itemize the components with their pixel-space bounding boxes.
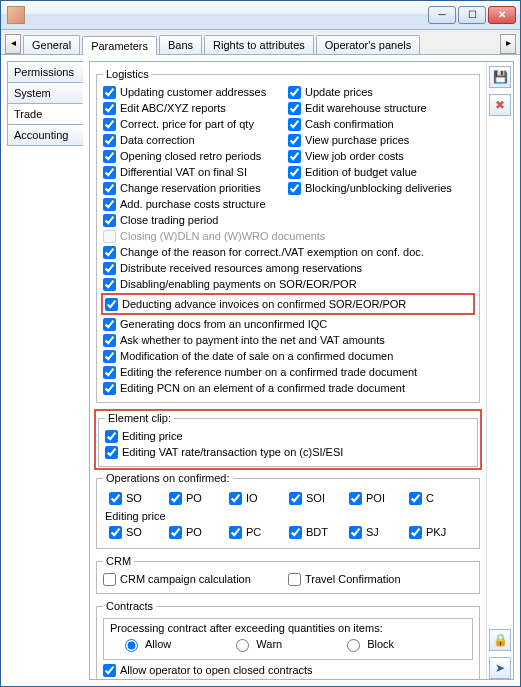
chk-clip-editing-price[interactable] xyxy=(105,430,118,443)
chk-ep-po[interactable] xyxy=(169,526,182,539)
chk-update-prices[interactable] xyxy=(288,86,301,99)
group-crm: CRM CRM campaign calculation Travel Conf… xyxy=(96,555,480,594)
group-operations-legend: Operations on confirmed: xyxy=(103,472,233,484)
sidebar-item-permissions[interactable]: Permissions xyxy=(7,61,83,83)
tab-scroll-left[interactable]: ◂ xyxy=(5,34,21,54)
chk-ep-bdt[interactable] xyxy=(289,526,302,539)
tab-scroll-right[interactable]: ▸ xyxy=(500,34,516,54)
chk-ep-sj[interactable] xyxy=(349,526,362,539)
group-processing-contract: Processing contract after exceeding quan… xyxy=(103,618,473,660)
chk-closing-wdln-wwro xyxy=(103,230,116,243)
group-logistics-legend: Logistics xyxy=(103,68,152,80)
close-button[interactable]: ✕ xyxy=(488,6,516,24)
group-element-clip: Element clip: Editing price Editing VAT … xyxy=(98,412,478,467)
sidebar-item-trade[interactable]: Trade xyxy=(7,103,83,125)
delete-button[interactable]: ✖ xyxy=(489,94,511,116)
sidebar-item-accounting[interactable]: Accounting xyxy=(7,124,83,146)
tab-bans[interactable]: Bans xyxy=(159,35,202,54)
radio-warn[interactable] xyxy=(236,639,249,652)
chk-disable-enable-payments[interactable] xyxy=(103,278,116,291)
chk-correct-price-part-qty[interactable] xyxy=(103,118,116,131)
tab-rights-to-attributes[interactable]: Rights to attributes xyxy=(204,35,314,54)
side-tabs: Permissions System Trade Accounting xyxy=(7,61,83,680)
chk-clip-editing-vat-rate[interactable] xyxy=(105,446,118,459)
chk-blocking-unblocking-deliveries[interactable] xyxy=(288,182,301,195)
chk-edit-abc-xyz[interactable] xyxy=(103,102,116,115)
radio-block[interactable] xyxy=(347,639,360,652)
chk-updating-customer-addresses[interactable] xyxy=(103,86,116,99)
chk-crm-campaign[interactable] xyxy=(103,573,116,586)
lock-button[interactable]: 🔒 xyxy=(489,629,511,651)
sidebar-item-system[interactable]: System xyxy=(7,82,83,104)
chk-travel-confirmation[interactable] xyxy=(288,573,301,586)
group-contracts-legend: Contracts xyxy=(103,600,156,612)
content-panel: Logistics Updating customer addresses Ed… xyxy=(90,62,486,679)
save-button[interactable]: 💾 xyxy=(489,66,511,88)
minimize-button[interactable]: ─ xyxy=(428,6,456,24)
chk-data-correction[interactable] xyxy=(103,134,116,147)
app-icon xyxy=(7,6,25,24)
chk-cash-confirmation[interactable] xyxy=(288,118,301,131)
label-editing-price: Editing price xyxy=(103,508,473,522)
right-toolbar: 💾 ✖ 🔒 ➤ xyxy=(486,62,513,679)
chk-generating-docs-iqc[interactable] xyxy=(103,318,116,331)
maximize-button[interactable]: ☐ xyxy=(458,6,486,24)
chk-opening-closed-retro[interactable] xyxy=(103,150,116,163)
chk-deducting-advance-invoices[interactable] xyxy=(105,298,118,311)
group-crm-legend: CRM xyxy=(103,555,134,567)
chk-change-reason-vat-exemption[interactable] xyxy=(103,246,116,259)
tab-general[interactable]: General xyxy=(23,35,80,54)
tab-operators-panels[interactable]: Operator's panels xyxy=(316,35,420,54)
label-processing-contract: Processing contract after exceeding quan… xyxy=(110,622,466,634)
chk-view-job-order-costs[interactable] xyxy=(288,150,301,163)
chk-distribute-received-resources[interactable] xyxy=(103,262,116,275)
group-logistics: Logistics Updating customer addresses Ed… xyxy=(96,68,480,403)
chk-allow-open-closed-contracts[interactable] xyxy=(103,664,116,677)
highlight-element-clip: Element clip: Editing price Editing VAT … xyxy=(94,409,482,470)
chk-differential-vat[interactable] xyxy=(103,166,116,179)
chk-op-poi[interactable] xyxy=(349,492,362,505)
chk-edition-budget-value[interactable] xyxy=(288,166,301,179)
highlight-deducting-advance: Deducting advance invoices on confirmed … xyxy=(101,293,475,315)
radio-allow[interactable] xyxy=(125,639,138,652)
chk-change-reservation-priorities[interactable] xyxy=(103,182,116,195)
group-element-clip-legend: Element clip: xyxy=(105,412,174,424)
chk-close-trading-period[interactable] xyxy=(103,214,116,227)
chk-ep-so[interactable] xyxy=(109,526,122,539)
chk-modification-date-sale[interactable] xyxy=(103,350,116,363)
group-operations-confirmed: Operations on confirmed: SO PO IO SOI PO… xyxy=(96,472,480,549)
chk-op-io[interactable] xyxy=(229,492,242,505)
chk-add-purchase-costs[interactable] xyxy=(103,198,116,211)
chk-edit-warehouse-structure[interactable] xyxy=(288,102,301,115)
chk-ep-pc[interactable] xyxy=(229,526,242,539)
chk-editing-pcn[interactable] xyxy=(103,382,116,395)
chk-op-c[interactable] xyxy=(409,492,422,505)
chk-op-soi[interactable] xyxy=(289,492,302,505)
chk-ep-pkj[interactable] xyxy=(409,526,422,539)
titlebar: ─ ☐ ✕ xyxy=(1,1,520,30)
chk-ask-payment-net-vat[interactable] xyxy=(103,334,116,347)
chk-editing-reference-number[interactable] xyxy=(103,366,116,379)
chk-op-po[interactable] xyxy=(169,492,182,505)
tab-bar: ◂ General Parameters Bans Rights to attr… xyxy=(1,30,520,55)
chk-view-purchase-prices[interactable] xyxy=(288,134,301,147)
tab-parameters[interactable]: Parameters xyxy=(82,36,157,55)
chk-op-so[interactable] xyxy=(109,492,122,505)
pin-button[interactable]: ➤ xyxy=(489,657,511,679)
group-contracts: Contracts Processing contract after exce… xyxy=(96,600,480,679)
